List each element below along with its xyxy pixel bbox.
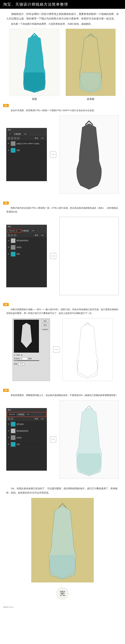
layer-row[interactable]: 👁 去色层 (CTRL+SHIFT+U去色) bbox=[6, 140, 47, 147]
opacity-label: 不透明度: bbox=[17, 413, 25, 416]
arrow-icon: >> bbox=[50, 152, 56, 158]
layer-thumb bbox=[11, 435, 15, 440]
layer-thumb bbox=[11, 141, 15, 146]
fill-value[interactable]: 100% bbox=[39, 137, 45, 140]
step-text-04: 复制背景图层，调整图层到最上方，混合模式选择颜色加深，不透明度33%（根据自己想… bbox=[0, 392, 125, 399]
opacity-value[interactable]: 100% bbox=[22, 133, 28, 136]
zoom-value: 100% bbox=[16, 354, 20, 356]
fill-label: 填充: bbox=[35, 418, 39, 420]
fill-label: 填充: bbox=[35, 137, 39, 140]
step-text-03: 对刚才的图层执行滤镜——其它——最小值(半径1，保留方形)，到此步单色线稿已基本… bbox=[0, 306, 125, 317]
step-badge-03: 03 bbox=[3, 303, 9, 306]
step-badge-02: 02 bbox=[3, 202, 9, 205]
layer-thumb bbox=[11, 442, 15, 447]
visibility-icon[interactable]: 👁 bbox=[8, 430, 10, 432]
layer-row[interactable]: 👁 背景 bbox=[6, 441, 47, 448]
fill-value[interactable]: 100% bbox=[39, 234, 45, 237]
step-text-02: 把刚才操作的去色层CTRL+J再复制一层，CTRL+I进行反相。然后混合模式选择… bbox=[0, 205, 125, 215]
lock-pixel-icon[interactable] bbox=[11, 234, 13, 236]
ok-button[interactable]: 确定 bbox=[41, 320, 49, 323]
lock-position-icon[interactable] bbox=[14, 137, 16, 140]
step-text-01: 首先打开原图，把背景层CTRL+J复制一个图层CTRL+SHIFT+U进行去色命… bbox=[0, 107, 125, 114]
lock-pixel-icon[interactable] bbox=[11, 418, 13, 420]
lock-pixel-icon[interactable] bbox=[11, 137, 13, 140]
layer-name: 线性减淡添加层 bbox=[16, 240, 28, 242]
layer-name: 背景 bbox=[16, 253, 20, 255]
step-badge-01: 01 bbox=[3, 104, 9, 107]
final-paragraph: OK，到现在基本效果已经达到了，可以盖印图层，然后用到想用的地方，进行正片叠底使… bbox=[0, 483, 125, 498]
original-image bbox=[9, 29, 59, 96]
layer-name: 去色层 bbox=[16, 246, 21, 248]
svg-rect-4 bbox=[63, 318, 112, 381]
blend-mode[interactable]: 正常 bbox=[8, 132, 13, 136]
visibility-icon[interactable]: 👁 bbox=[8, 149, 10, 152]
step01-result bbox=[59, 116, 119, 194]
lock-position-icon[interactable] bbox=[14, 234, 16, 236]
visibility-icon[interactable]: 👁 bbox=[8, 443, 10, 446]
result-image bbox=[66, 29, 116, 96]
layer-name: 去色层 bbox=[16, 436, 21, 439]
panel-tab: 图层 bbox=[6, 128, 47, 132]
arrow-icon: >> bbox=[50, 436, 56, 442]
radius-label: 半径(R): bbox=[14, 358, 20, 360]
visibility-icon[interactable]: 👁 bbox=[8, 436, 10, 439]
radius-input[interactable] bbox=[21, 358, 27, 360]
panel-tab: 图层 bbox=[6, 408, 47, 412]
intro-paragraph-2: 首先看一下原始图片和最终效果吧，只是简单的处理，大婶们轻拍，基础教程。 bbox=[0, 22, 125, 29]
opacity-value[interactable]: 33% bbox=[26, 413, 31, 416]
visibility-icon[interactable]: 👁 bbox=[8, 423, 10, 425]
layer-row[interactable]: 👁 去色层 bbox=[6, 434, 47, 441]
layer-name: 背景 bbox=[16, 443, 20, 446]
preview-checkbox-label[interactable]: 预览(P) bbox=[43, 329, 48, 330]
layer-name: 背景 bbox=[16, 149, 20, 152]
step03-result bbox=[62, 318, 113, 381]
panel-tab: 图层 bbox=[6, 225, 47, 228]
footer-credit: 思缘设计论坛 bbox=[0, 604, 125, 612]
layer-row[interactable]: 👁 背景 bbox=[6, 251, 47, 258]
layer-row[interactable]: 👁 背景 bbox=[6, 147, 47, 154]
layer-thumb bbox=[11, 148, 15, 153]
layer-name: 去色层 (CTRL+SHIFT+U去色) bbox=[16, 142, 39, 145]
lock-all-icon[interactable] bbox=[17, 137, 19, 140]
filter-dialog: ⊟100%⊞ 半径(R): 像素 保留: 方形 确定 取消 ☑ 预览(P) bbox=[12, 318, 50, 381]
step-badge-04: 04 bbox=[3, 389, 9, 392]
fill-label: 填充: bbox=[35, 234, 39, 237]
blend-mode-highlighted[interactable]: 线性减淡 (添...) bbox=[8, 229, 21, 233]
compare-section: 原图 效果图 bbox=[0, 29, 125, 101]
visibility-icon[interactable]: 👁 bbox=[8, 253, 10, 255]
layers-panel-04: 图层 颜色加深 不透明度: 33% 填充: 100% 👁 背景 副本 👁 bbox=[6, 408, 47, 471]
layer-thumb bbox=[11, 238, 15, 243]
layer-thumb bbox=[11, 428, 15, 433]
blend-mode-highlighted[interactable]: 颜色加深 bbox=[8, 413, 16, 416]
layer-row[interactable]: 👁 背景 副本 bbox=[6, 421, 47, 428]
layer-row[interactable]: 👁 线性减淡添加层 bbox=[6, 428, 47, 434]
layer-row[interactable]: 👁 去色层 bbox=[6, 244, 47, 251]
original-label: 原图 bbox=[9, 98, 59, 101]
preserve-dropdown[interactable]: 方形 bbox=[19, 362, 24, 366]
layer-row[interactable]: 👁 线性减淡添加层 bbox=[6, 237, 47, 244]
visibility-icon[interactable]: 👁 bbox=[8, 142, 10, 145]
filter-preview bbox=[14, 320, 39, 352]
opacity-label: 不透明度: bbox=[14, 133, 21, 135]
opacity-value[interactable]: 100% bbox=[30, 230, 36, 232]
final-result-image bbox=[31, 498, 94, 582]
page-title: 淘宝、天猫设计师线稿方法简单整理 bbox=[0, 0, 125, 9]
visibility-icon[interactable]: 👁 bbox=[8, 246, 10, 248]
preserve-label: 保留: bbox=[14, 363, 18, 365]
lock-icon[interactable] bbox=[8, 418, 10, 420]
layer-name: 背景 副本 bbox=[16, 423, 24, 426]
arrow-icon: >> bbox=[50, 253, 56, 259]
step04-result bbox=[59, 400, 119, 478]
cancel-button[interactable]: 取消 bbox=[41, 324, 49, 327]
fill-value[interactable]: 100% bbox=[39, 418, 45, 420]
opacity-label: 不透明度: bbox=[22, 230, 29, 232]
intro-paragraph-1: 做电商设计，经常会用到一些设计师寄语之类的模块的设计，需要简单的制作一个线稿的东… bbox=[0, 9, 125, 22]
visibility-icon[interactable]: 👁 bbox=[8, 240, 10, 242]
step02-result bbox=[59, 217, 119, 295]
lock-icon[interactable] bbox=[8, 234, 10, 236]
layer-name: 线性减淡添加层 bbox=[16, 430, 28, 432]
layers-panel-01: 图层 正常 不透明度: 100% 填充: 100% 👁 去色层 (CTRL+SH… bbox=[6, 128, 47, 181]
layer-thumb bbox=[11, 422, 15, 426]
lock-icon[interactable] bbox=[8, 137, 10, 140]
layers-panel-02: 图层 线性减淡 (添...) 不透明度: 100% 填充: 100% 👁 线性减… bbox=[6, 225, 47, 287]
